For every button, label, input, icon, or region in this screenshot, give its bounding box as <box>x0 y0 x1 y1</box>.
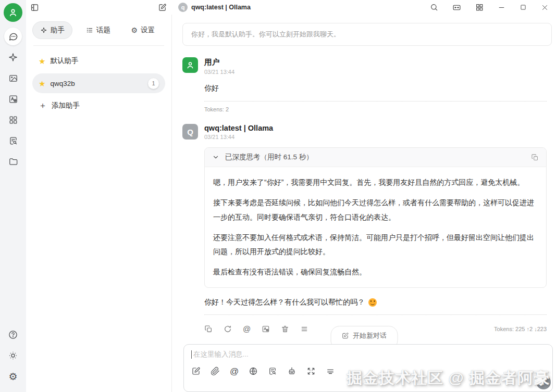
titlebar-right <box>430 3 549 12</box>
sparkle-icon <box>8 52 18 62</box>
titlebar-left <box>26 3 172 12</box>
input-toolbar: @ <box>191 366 545 376</box>
send-arrow-icon <box>540 378 548 386</box>
message-input-box[interactable]: 在这里输入消息... @ <box>183 344 553 392</box>
menu-icon <box>300 325 308 333</box>
tab-assistants[interactable]: 助手 <box>32 21 72 39</box>
message-sender-name: 用户 <box>204 57 234 67</box>
assistant-item-default[interactable]: ★ 默认助手 <box>32 51 165 71</box>
message-body: 你好 Tokens: 2 <box>204 84 547 112</box>
rail-chat-button[interactable] <box>4 28 22 45</box>
assistant-greeting-card: 你好，我是默认助手。你可以立刻开始跟我聊天。 <box>182 23 552 46</box>
titlebar: q qwq:latest | Ollama <box>26 0 556 15</box>
gear-icon: ⚙ <box>8 372 17 382</box>
chat-bubble-icon <box>8 32 18 42</box>
assistant-message-avatar[interactable]: Q <box>182 124 198 140</box>
more-actions-button[interactable] <box>300 325 308 333</box>
send-button[interactable] <box>536 375 551 389</box>
sparkle-icon <box>40 27 47 34</box>
regenerate-button[interactable] <box>224 325 232 333</box>
copy-thinking-button[interactable] <box>531 154 539 161</box>
clear-context-button[interactable] <box>287 366 296 376</box>
rail-images-button[interactable] <box>4 69 22 87</box>
message-list: 用户 03/21 13:44 你好 Tokens: 2 <box>172 46 556 333</box>
icon-rail: ⚙ <box>0 0 26 392</box>
collapse-lines-icon <box>326 366 335 376</box>
rail-theme-button[interactable] <box>4 347 22 364</box>
mention-model-button[interactable]: @ <box>243 325 251 333</box>
minimize-icon <box>498 4 505 11</box>
text-caret <box>191 350 192 359</box>
image-icon <box>8 73 18 83</box>
add-assistant-button[interactable]: ＋ 添加助手 <box>32 96 165 116</box>
tab-topics[interactable]: 话题 <box>79 22 118 39</box>
assistant-message: Q qwq:latest | Ollama 03/21 13:44 已深度思考（… <box>182 124 547 333</box>
rail-miniapps-button[interactable] <box>4 111 22 129</box>
app-window: ⚙ q qwq:latest | Ollama <box>0 0 556 392</box>
user-message-avatar[interactable] <box>182 57 198 73</box>
tab-assistants-label: 助手 <box>51 26 65 35</box>
web-search-button[interactable] <box>249 366 258 376</box>
sun-icon <box>8 350 18 361</box>
message-header: Q qwq:latest | Ollama 03/21 13:44 <box>182 124 547 140</box>
message-sender-name: qwq:latest | Ollama <box>204 124 273 132</box>
panel-divider <box>33 45 164 46</box>
tab-settings[interactable]: ⚙ 设置 <box>123 22 162 39</box>
search-button[interactable] <box>430 3 438 11</box>
thinking-header[interactable]: 已深度思考（用时 61.5 秒） <box>205 148 546 167</box>
tab-settings-label: 设置 <box>141 26 155 35</box>
content-row: 助手 话题 ⚙ 设置 ★ 默认助手 ★ <box>26 15 556 392</box>
rail-files-button[interactable] <box>4 153 22 170</box>
compose-icon <box>191 366 201 376</box>
collapse-sidebar-button[interactable] <box>30 3 39 12</box>
broom-icon <box>287 366 296 376</box>
paperclip-icon <box>211 366 220 376</box>
maximize-button[interactable] <box>520 4 527 11</box>
knowledge-base-button[interactable] <box>268 366 277 376</box>
person-icon <box>8 7 18 18</box>
assistant-item-qwq32b[interactable]: ★ qwq32b 1 <box>32 73 165 93</box>
minimize-button[interactable] <box>498 4 505 11</box>
model-avatar: q <box>178 3 188 12</box>
close-icon <box>541 4 549 11</box>
search-icon <box>430 3 438 11</box>
attach-file-button[interactable] <box>211 366 220 376</box>
message-divider <box>204 314 547 315</box>
translate-message-button[interactable] <box>262 325 270 333</box>
file-search-icon <box>8 136 18 146</box>
expand-arrows-icon <box>306 366 316 376</box>
thinking-paragraph: 接下来要考虑是否延续问候，比如问他们今天过得怎么样，或者有什么需要帮助的，这样可… <box>213 196 538 224</box>
rail-settings-button[interactable]: ⚙ <box>4 368 22 385</box>
trash-icon <box>281 325 289 333</box>
rail-help-button[interactable] <box>4 326 22 344</box>
collapse-input-button[interactable] <box>326 366 335 376</box>
new-chat-button[interactable] <box>158 3 167 12</box>
input-line[interactable]: 在这里输入消息... <box>191 350 545 359</box>
delete-message-button[interactable] <box>281 325 289 333</box>
model-selector[interactable]: q qwq:latest | Ollama <box>178 3 251 12</box>
new-topic-icon-button[interactable] <box>191 366 201 376</box>
message-header: 用户 03/21 13:44 <box>182 57 547 75</box>
star-icon: ★ <box>39 80 45 87</box>
rail-translate-button[interactable] <box>4 90 22 108</box>
user-avatar[interactable] <box>4 3 22 22</box>
chat-footer: 开始新对话 在这里输入消息... <box>172 344 556 392</box>
rail-assistants-button[interactable] <box>4 48 22 66</box>
message-timestamp: 03/21 13:44 <box>204 69 234 75</box>
apps-button[interactable] <box>475 3 484 11</box>
mention-button[interactable]: @ <box>230 367 239 376</box>
token-count: Tokens: 2 <box>204 106 547 112</box>
rail-knowledge-button[interactable] <box>4 132 22 149</box>
expand-window-button[interactable] <box>452 3 461 12</box>
help-icon <box>8 330 18 340</box>
star-icon: ★ <box>39 57 45 65</box>
close-button[interactable] <box>541 4 549 11</box>
chat-column: 你好，我是默认助手。你可以立刻开始跟我聊天。 用户 03/21 13:44 <box>172 15 556 392</box>
copy-message-button[interactable] <box>204 325 213 333</box>
fullscreen-input-button[interactable] <box>306 366 316 376</box>
list-icon <box>86 27 93 34</box>
panel-tabs: 助手 话题 ⚙ 设置 <box>32 21 165 39</box>
collapse-sidebar-icon <box>30 3 39 12</box>
new-topic-label: 开始新对话 <box>353 331 387 340</box>
assistant-item-label: 默认助手 <box>50 56 78 66</box>
